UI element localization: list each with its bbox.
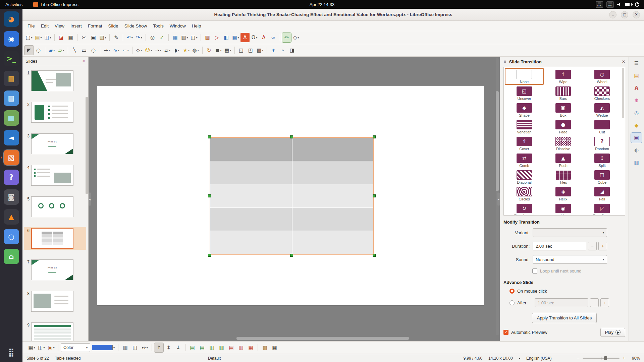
horizontal-scrollbar-thumb[interactable]	[236, 337, 409, 340]
sidebar-tab-gallery[interactable]: ✱	[631, 96, 642, 106]
selection-handle[interactable]	[373, 194, 376, 197]
align-objects-button[interactable]: ≡▾	[214, 46, 223, 55]
print-button[interactable]: ▦	[66, 33, 75, 42]
vertical-scrollbar-thumb[interactable]	[496, 91, 499, 191]
dock-software-store[interactable]: ⌂	[4, 249, 19, 264]
transition-fade[interactable]: ●Fade	[544, 118, 583, 135]
find-replace-button[interactable]: ◎	[148, 33, 157, 42]
vnc-indicator-1-icon[interactable]: vnc	[596, 1, 603, 8]
menu-window[interactable]: Window	[167, 22, 189, 30]
zoom-slider[interactable]	[583, 358, 620, 359]
transition-circles[interactable]: Circles	[505, 185, 544, 202]
3d-objects-button[interactable]: ◍▾	[191, 46, 200, 55]
duration-decrease-button[interactable]: −	[588, 242, 597, 250]
dock-vscode[interactable]: ◄	[4, 130, 19, 145]
curves-polygons-button[interactable]: ∿▾	[112, 46, 121, 55]
delete-table-button[interactable]: ▦	[246, 343, 255, 352]
fill-gradient-button[interactable]: ▾	[91, 343, 116, 352]
copy-button[interactable]: ▣	[89, 33, 98, 42]
slide-thumbnail-image[interactable]	[31, 102, 73, 123]
flowchart-shapes-button[interactable]: ▱▾	[163, 46, 172, 55]
menu-slide[interactable]: Slide	[105, 22, 121, 30]
selection-handle[interactable]	[373, 135, 376, 138]
selection-handle[interactable]	[208, 254, 211, 257]
slide-thumbnail-2[interactable]: 2	[24, 101, 86, 124]
on-mouse-click-radio[interactable]	[509, 289, 515, 294]
optimize-size-button[interactable]: ↔▾	[140, 343, 149, 352]
dock-libreoffice-writer[interactable]: ▤	[4, 90, 19, 106]
sidebar-tab-master-slides[interactable]: ▥	[631, 158, 642, 168]
symbol-shapes-button[interactable]: ☺▾	[144, 46, 153, 55]
slide-thumbnail-image[interactable]	[31, 291, 73, 312]
dock-vlc[interactable]: ▲	[4, 209, 19, 225]
callout-shapes-button[interactable]: ◗▾	[172, 46, 181, 55]
transition-random[interactable]: ?Random	[583, 135, 622, 152]
slide-thumbnail-image[interactable]: PART 02	[31, 259, 73, 280]
menu-tools[interactable]: Tools	[150, 22, 167, 30]
transition-wheel[interactable]: ◴Wheel	[583, 68, 622, 85]
dock-help[interactable]: ?	[4, 170, 19, 185]
sidebar-tab-shapes[interactable]: ◆	[631, 120, 642, 130]
status-zoom-percent[interactable]: 90%	[632, 356, 640, 361]
dock-libreoffice-impress[interactable]: ▧	[4, 150, 19, 165]
transition-turn-down[interactable]: ◸Turn Down	[583, 202, 622, 216]
clone-formatting-button[interactable]: ✎	[112, 33, 121, 42]
horizontal-scrollbar[interactable]	[92, 337, 493, 340]
zoom-slider-thumb[interactable]	[604, 356, 607, 360]
transition-grid-scrollbar[interactable]	[622, 68, 624, 118]
block-arrows-button[interactable]: ⇒▾	[154, 46, 163, 55]
variant-select[interactable]: ▾	[533, 228, 607, 237]
selection-handle[interactable]	[373, 254, 376, 257]
zoom-in-button[interactable]: +	[622, 356, 626, 361]
after-radio[interactable]	[509, 300, 515, 305]
slide-thumbnail-7[interactable]: 7PART 02	[24, 258, 86, 281]
align-top-button[interactable]: ↑	[154, 343, 163, 352]
slide-thumbnail-image[interactable]	[31, 322, 73, 341]
dock-show-applications[interactable]: ⣿	[4, 345, 19, 360]
volume-icon[interactable]	[617, 2, 622, 6]
insert-table-button[interactable]: ▦▾	[231, 33, 240, 42]
show-draw-functions-button[interactable]: ✏	[282, 33, 291, 42]
transition-wedge[interactable]: ◭Wedge	[583, 102, 622, 118]
sidebar-tab-animation[interactable]: ◐	[631, 145, 642, 155]
paste-button[interactable]: ▧▾	[98, 33, 107, 42]
transition-helix[interactable]: ◈Helix	[544, 185, 583, 202]
transition-panel-close-icon[interactable]: ✕	[622, 59, 625, 64]
status-language[interactable]: English (USA)	[526, 356, 551, 361]
transition-uncover[interactable]: ◱Uncover	[505, 85, 544, 102]
activities-button[interactable]: Activities	[0, 0, 28, 9]
spelling-button[interactable]: ✓	[157, 33, 166, 42]
transition-push[interactable]: ▲Push	[544, 152, 583, 169]
slide-thumbnail-image[interactable]	[31, 196, 73, 217]
transition-box[interactable]: ▣Box	[544, 102, 583, 118]
status-style[interactable]: Default	[208, 356, 221, 361]
maximize-button[interactable]: ▢	[621, 11, 628, 18]
vnc-indicator-2-icon[interactable]: vnc	[606, 1, 614, 8]
dock-thunderbird[interactable]: ◉	[4, 31, 19, 47]
slide-thumbnail-image[interactable]	[31, 228, 73, 249]
insert-column-before-button[interactable]: ▥	[207, 343, 216, 352]
delete-column-button[interactable]: ▥	[236, 343, 246, 352]
cut-button[interactable]: ✂	[79, 33, 89, 42]
transition-none[interactable]: None	[505, 68, 544, 85]
insert-row-below-button[interactable]: ▤	[198, 343, 207, 352]
close-button[interactable]: ✕	[633, 11, 640, 18]
border-color-button[interactable]: ▣▾	[47, 343, 56, 352]
slide-table[interactable]	[210, 138, 373, 254]
transition-wipe[interactable]: ↑Wipe	[544, 68, 583, 85]
transition-turn-around[interactable]: ↻Turn Around	[505, 202, 544, 216]
automatic-preview-checkbox[interactable]: ✓	[503, 330, 508, 335]
transition-iris[interactable]: ◉Iris	[544, 202, 583, 216]
insert-column-after-button[interactable]: ▥	[217, 343, 226, 352]
title-bar[interactable]: Healing Painfu Thinking The Snake-Chasin…	[22, 9, 644, 21]
line-color-button[interactable]: ▱▾	[57, 46, 66, 55]
menu-format[interactable]: Format	[85, 22, 105, 30]
dock-terminal[interactable]: >_	[4, 51, 19, 66]
dock-libreoffice-calc[interactable]: ▦	[4, 110, 19, 126]
duration-increase-button[interactable]: +	[598, 242, 607, 250]
dock-firefox[interactable]: ◕	[4, 11, 19, 27]
special-character-button[interactable]: Ω▾	[250, 33, 259, 42]
minimize-button[interactable]: –	[609, 11, 616, 18]
ellipse-button[interactable]: ○	[89, 46, 98, 55]
insert-text-box-button[interactable]: A	[240, 33, 250, 42]
